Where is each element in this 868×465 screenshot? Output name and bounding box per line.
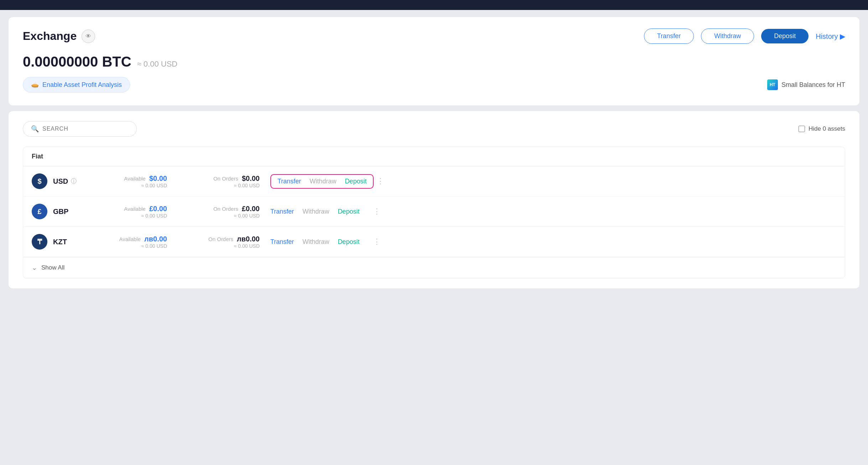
hide-zero-label: Hide 0 assets <box>809 125 845 132</box>
orders-value-kzt: лв0.00 <box>237 235 260 243</box>
gbp-symbol: GBP <box>53 208 68 216</box>
kzt-withdraw-button[interactable]: Withdraw <box>302 238 329 246</box>
kzt-symbol: KZT <box>53 238 67 246</box>
orders-label-gbp: On Orders <box>213 206 238 212</box>
withdraw-button[interactable]: Withdraw <box>701 28 754 44</box>
gbp-icon: £ <box>32 204 47 219</box>
kzt-action-box: Transfer Withdraw Deposit <box>270 238 370 246</box>
kzt-deposit-button[interactable]: Deposit <box>338 238 359 246</box>
fiat-header: Fiat <box>23 147 845 166</box>
toggle-visibility-button[interactable]: 👁 <box>82 30 95 43</box>
orders-value-usd: $0.00 <box>242 174 260 183</box>
orders-sub-kzt: ≈ 0.00 USD <box>234 243 260 249</box>
small-balances-ht: HT Small Balances for HT <box>767 79 845 90</box>
usd-info-icon[interactable]: ⓘ <box>71 178 77 185</box>
search-box: 🔍 <box>23 121 137 137</box>
orders-label-usd: On Orders <box>213 176 238 182</box>
available-label-gbp: Available <box>124 206 146 212</box>
show-all-row[interactable]: ⌄ Show All <box>23 257 845 278</box>
available-label-usd: Available <box>124 176 146 182</box>
gbp-action-box: Transfer Withdraw Deposit <box>270 208 370 215</box>
page-title: Exchange <box>23 30 77 43</box>
orders-sub-usd: ≈ 0.00 USD <box>234 183 260 188</box>
exchange-card: Exchange 👁 Transfer Withdraw Deposit His… <box>9 17 859 105</box>
available-sub-usd: ≈ 0.00 USD <box>141 183 167 188</box>
usd-symbol: USD <box>53 177 68 186</box>
usd-transfer-button[interactable]: Transfer <box>277 178 301 185</box>
search-icon: 🔍 <box>31 125 39 133</box>
kzt-transfer-button[interactable]: Transfer <box>270 238 294 246</box>
usd-action-box: Transfer Withdraw Deposit <box>270 174 374 189</box>
top-navigation-bar <box>0 0 868 10</box>
search-input[interactable] <box>42 126 129 132</box>
available-value-usd: $0.00 <box>149 174 167 183</box>
usd-icon: $ <box>32 173 47 189</box>
orders-sub-gbp: ≈ 0.00 USD <box>234 213 260 219</box>
assets-card: 🔍 Hide 0 assets Fiat $ USD ⓘ Available <box>9 111 859 288</box>
fiat-section: Fiat $ USD ⓘ Available $0.00 ≈ 0.00 USD <box>23 147 845 278</box>
enable-analysis-label: Enable Asset Profit Analysis <box>42 81 122 89</box>
table-row: $ USD ⓘ Available $0.00 ≈ 0.00 USD On Or… <box>23 166 845 197</box>
orders-value-gbp: £0.00 <box>242 205 260 213</box>
available-sub-kzt: ≈ 0.00 USD <box>141 243 167 249</box>
gbp-withdraw-button[interactable]: Withdraw <box>302 208 329 215</box>
show-all-label: Show All <box>41 264 64 271</box>
available-value-gbp: £0.00 <box>149 205 167 213</box>
gbp-deposit-button[interactable]: Deposit <box>338 208 359 215</box>
usd-balance: ≈ 0.00 USD <box>137 59 178 69</box>
ht-logo: HT <box>767 79 778 90</box>
btc-balance: 0.00000000 BTC <box>23 54 131 70</box>
enable-analysis-button[interactable]: 🥧 Enable Asset Profit Analysis <box>23 77 130 93</box>
deposit-button[interactable]: Deposit <box>761 29 809 43</box>
hide-zero-checkbox[interactable] <box>799 126 805 132</box>
chevron-down-icon: ⌄ <box>32 264 37 272</box>
history-link[interactable]: History ▶ <box>816 32 845 41</box>
gbp-more-button[interactable]: ⋮ <box>373 207 381 216</box>
usd-deposit-button[interactable]: Deposit <box>345 178 367 185</box>
small-balances-label: Small Balances for HT <box>781 81 845 89</box>
pie-chart-icon: 🥧 <box>31 81 39 89</box>
gbp-transfer-button[interactable]: Transfer <box>270 208 294 215</box>
usd-withdraw-button[interactable]: Withdraw <box>310 178 336 185</box>
transfer-button[interactable]: Transfer <box>644 28 694 44</box>
eye-icon: 👁 <box>85 33 91 40</box>
kzt-icon: ₸ <box>32 234 47 250</box>
available-value-kzt: лв0.00 <box>144 235 167 243</box>
orders-label-kzt: On Orders <box>208 236 233 242</box>
usd-more-button[interactable]: ⋮ <box>376 177 384 186</box>
table-row: ₸ KZT Available лв0.00 ≈ 0.00 USD On Ord… <box>23 227 845 257</box>
available-label-kzt: Available <box>119 236 141 242</box>
kzt-more-button[interactable]: ⋮ <box>373 237 381 246</box>
table-row: £ GBP Available £0.00 ≈ 0.00 USD On Orde… <box>23 197 845 227</box>
available-sub-gbp: ≈ 0.00 USD <box>141 213 167 219</box>
